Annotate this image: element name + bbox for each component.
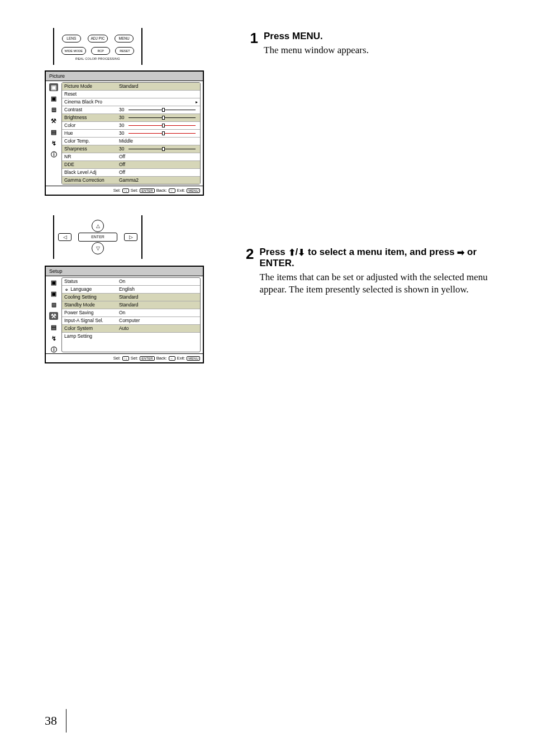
remote-btn-reset: RESET xyxy=(115,47,134,55)
dpad-right-icon: ▷ xyxy=(124,233,137,241)
menu-row-value: Standard xyxy=(119,301,198,309)
menu-panel-picture: Picture ▣▣⊞⚒▤↯ⓘ Picture ModeStandardRese… xyxy=(45,70,204,196)
menu-row-value xyxy=(119,91,198,98)
menu-row: Hue30 xyxy=(62,130,200,138)
menu-row: Cooling SettingStandard xyxy=(62,294,200,301)
menu-row-value: 30 xyxy=(119,145,198,153)
menu-row: Lamp Setting xyxy=(62,333,200,340)
menu-row-label: 🜨 Language xyxy=(64,286,119,293)
menu-row: DDEOff xyxy=(62,161,200,169)
menu-row: Reset xyxy=(62,91,200,98)
menu-row-value: English xyxy=(119,286,198,293)
menu-row-label: Gamma Correction xyxy=(64,177,119,184)
menu-row-label: Contrast xyxy=(64,106,119,114)
menu-row-label: DDE xyxy=(64,161,119,168)
menu-row-label: Brightness xyxy=(64,114,119,121)
icon-strip: ▣▣⊞⚒▤↯ⓘ xyxy=(46,276,61,353)
menu-row: Color SystemAuto xyxy=(62,325,200,333)
menu-category-icon: ↯ xyxy=(49,334,58,342)
step-title: Press MENU. xyxy=(264,31,369,42)
slider-thumb-icon xyxy=(162,131,165,135)
menu-row: Black Level AdjOff xyxy=(62,169,200,177)
menu-category-icon: ▣ xyxy=(49,290,58,297)
menu-row: Power SavingOn xyxy=(62,309,200,317)
menu-row-label: Input-A Signal Sel. xyxy=(64,317,119,324)
menu-category-icon: ▤ xyxy=(49,323,58,331)
menu-row: Standby ModeStandard xyxy=(62,301,200,309)
slider-track xyxy=(129,149,196,149)
dpad-enter-button: ENTER xyxy=(78,233,117,242)
menu-row-value: Middle xyxy=(119,138,198,145)
menu-row-label: NR xyxy=(64,153,119,160)
slider-track xyxy=(129,117,196,118)
panel-footer: Sel: ↑↓ Set: ENTER Back: ← Exit: MENU xyxy=(46,353,203,362)
remote-btn-menu: MENU xyxy=(115,35,134,42)
remote-btn-rcp: RCP xyxy=(91,47,110,55)
menu-row-value: 30 xyxy=(119,130,198,137)
menu-panel-setup: Setup ▣▣⊞⚒▤↯ⓘ StatusOn🜨 LanguageEnglishC… xyxy=(45,266,204,363)
slider-track xyxy=(129,110,196,110)
menu-row-value: Auto xyxy=(119,325,198,332)
slider-thumb-icon xyxy=(162,124,165,127)
menu-row-value: On xyxy=(119,309,198,316)
menu-row: StatusOn xyxy=(62,278,200,286)
menu-row-label: Lamp Setting xyxy=(64,333,119,340)
menu-row: 🜨 LanguageEnglish xyxy=(62,286,200,294)
menu-row: Color30 xyxy=(62,122,200,130)
menu-row: Contrast30 xyxy=(62,106,200,114)
menu-category-icon: ⚒ xyxy=(49,117,58,125)
menu-row-value: 30 xyxy=(119,114,198,121)
menu-category-icon: ⊞ xyxy=(49,301,58,309)
menu-row: NROff xyxy=(62,153,200,161)
menu-row: Brightness30 xyxy=(62,114,200,122)
step-title: Press ⬆/⬇ to select a menu item, and pre… xyxy=(259,247,488,269)
slider-thumb-icon xyxy=(162,116,165,120)
menu-row-value: Standard xyxy=(119,83,198,90)
step-1: 1 Press MENU. The menu window appears. xyxy=(246,31,488,56)
remote-buttons-cluster: LENS ADJ PIC MENU WIDE MODE RCP RESET RE… xyxy=(53,28,142,65)
menu-row-value: 30 xyxy=(119,122,198,129)
page-number: 38 xyxy=(45,714,57,728)
right-arrow-icon: ➡ xyxy=(457,248,464,257)
menu-row: Sharpness30 xyxy=(62,145,200,153)
step-2: 2 Press ⬆/⬇ to select a menu item, and p… xyxy=(246,247,488,296)
menu-row: Picture ModeStandard xyxy=(62,83,200,91)
menu-row-label: Color xyxy=(64,122,119,129)
menu-row-label: Hue xyxy=(64,130,119,137)
menu-row-value xyxy=(119,333,198,340)
menu-category-icon: ▣ xyxy=(49,94,58,102)
menu-row-label: Sharpness xyxy=(64,145,119,153)
menu-row: Cinema Black Pro▸ xyxy=(62,98,200,106)
menu-category-icon: ⚒ xyxy=(49,312,58,320)
menu-category-icon: ▣ xyxy=(49,278,58,286)
menu-row-label: Status xyxy=(64,278,119,285)
dpad-up-icon: △ xyxy=(92,220,104,232)
menu-row: Input-A Signal Sel.Computer xyxy=(62,317,200,325)
panel-title: Setup xyxy=(46,267,203,276)
menu-row-label: Color Temp. xyxy=(64,138,119,145)
step-description: The items that can be set or adjusted wi… xyxy=(259,271,488,296)
menu-row-value: On xyxy=(119,278,198,285)
submenu-arrow-icon: ▸ xyxy=(196,98,198,106)
icon-strip: ▣▣⊞⚒▤↯ⓘ xyxy=(46,81,61,186)
menu-row-label: Cinema Black Pro xyxy=(64,98,119,106)
slider-thumb-icon xyxy=(162,147,165,151)
panel-title: Picture xyxy=(46,72,203,81)
remote-btn-widemode: WIDE MODE xyxy=(61,47,86,55)
menu-category-icon: ▤ xyxy=(49,128,58,136)
slider-track xyxy=(129,133,196,134)
menu-row-value: 30 xyxy=(119,106,198,114)
up-arrow-icon: ⬆ xyxy=(288,248,296,257)
remote-btn-adjpic: ADJ PIC xyxy=(88,35,108,42)
page-rule xyxy=(66,709,66,733)
menu-category-icon: ▣ xyxy=(49,83,58,91)
menu-row-value: Off xyxy=(119,153,198,160)
remote-btn-lens: LENS xyxy=(62,35,81,42)
down-arrow-icon: ⬇ xyxy=(298,248,305,257)
menu-category-icon: ⊞ xyxy=(49,106,58,114)
menu-row-label: Reset xyxy=(64,91,119,98)
menu-row-label: Cooling Setting xyxy=(64,294,119,301)
menu-category-icon: ⓘ xyxy=(49,150,58,158)
dpad-left-icon: ◁ xyxy=(58,233,72,241)
menu-row-label: Color System xyxy=(64,325,119,332)
